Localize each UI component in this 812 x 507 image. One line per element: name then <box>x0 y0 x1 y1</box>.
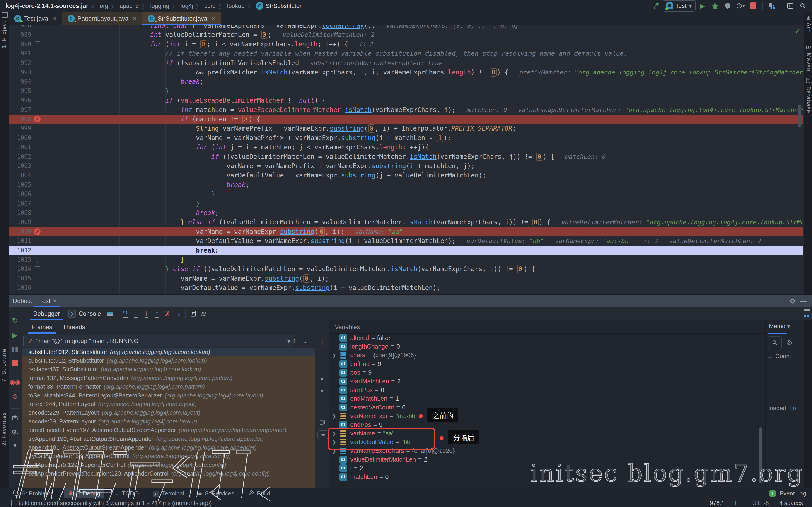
code-line[interactable]: 993&& prefixMatcher.isMatch(varNameExprC… <box>9 68 803 77</box>
sidebar-item-structure[interactable]: 7: Structure <box>1 349 7 382</box>
move-down-icon[interactable]: ▼ <box>317 386 327 396</box>
stack-frame-row[interactable]: directEncodeEvent:197, AbstractOutputStr… <box>21 426 315 435</box>
code-line[interactable]: 998✓if (matchLen != 0) { <box>9 115 803 124</box>
vcs-update-icon[interactable] <box>650 1 662 11</box>
breakpoint-icon[interactable]: ✓ <box>34 116 41 122</box>
breadcrumb-item[interactable]: core <box>204 2 216 9</box>
gutter-slot[interactable] <box>33 105 43 115</box>
code-line[interactable]: 1005break; <box>9 180 803 189</box>
breadcrumb-item[interactable]: logging <box>150 2 169 9</box>
gutter-slot[interactable] <box>33 208 43 218</box>
ant-icon[interactable] <box>806 15 811 22</box>
code-line[interactable]: 996if (valueEscapeDelimiterMatcher != nu… <box>9 96 803 105</box>
fold-icon[interactable]: − <box>35 42 40 47</box>
gutter-slot[interactable] <box>33 246 43 255</box>
line-number[interactable]: 1009 <box>9 218 31 227</box>
indent-setting[interactable]: 4 spaces <box>779 500 803 507</box>
maven-icon[interactable]: m <box>806 44 811 51</box>
gutter-slot[interactable] <box>33 77 43 86</box>
code-line[interactable]: 1015varName = varNameExpr.substring(0, i… <box>9 274 803 283</box>
stack-frame-row[interactable]: tryAppend:190, AbstractOutputStreamAppen… <box>21 435 315 443</box>
variable-row[interactable]: 01pos=9 <box>329 369 765 377</box>
code-line[interactable]: 990−for (int i = 0; i < varNameExprChars… <box>9 40 803 49</box>
gutter-slot[interactable]: − <box>33 40 43 49</box>
pause-icon[interactable]: ▮▮ <box>10 344 19 353</box>
gutter-slot[interactable] <box>33 236 43 245</box>
gutter-slot[interactable]: − <box>33 264 43 274</box>
gutter-slot[interactable] <box>33 49 43 58</box>
search-everywhere-icon[interactable] <box>797 1 809 11</box>
step-out-icon[interactable]: ↑ <box>152 309 162 319</box>
add-watch-icon[interactable]: ＋ <box>317 338 327 347</box>
tab-patternlayout-java[interactable]: C▰PatternLayout.java✕ <box>62 12 142 25</box>
stack-frame-row[interactable]: format:132, MessagePatternConverter(org.… <box>21 374 315 382</box>
code-line[interactable]: 992if (!substitutionInVariablesEnabledsu… <box>9 58 803 68</box>
line-number[interactable]: 990 <box>9 40 31 49</box>
code-line[interactable]: 989int valueDelimiterMatchLen = 0;valueD… <box>9 30 803 39</box>
line-number[interactable]: 1013 <box>9 255 31 264</box>
line-number[interactable]: 1000 <box>9 133 31 143</box>
run-button[interactable]: ▶ <box>697 1 708 11</box>
line-number[interactable]: 1008 <box>9 208 31 218</box>
memory-load-link[interactable]: Lo <box>790 405 796 411</box>
variable-row[interactable]: 01endMatchLen=1 <box>329 395 765 403</box>
debug-button[interactable] <box>709 1 721 11</box>
code-line[interactable]: 997int matchLen = valueEscapeDelimiterMa… <box>9 105 803 115</box>
move-up-icon[interactable]: ▲ <box>317 374 327 383</box>
code-line[interactable]: 1010✓varName = varNameExpr.substring(0, … <box>9 227 803 236</box>
memory-count-header[interactable]: Count <box>775 353 791 360</box>
line-number[interactable]: 1007 <box>9 199 31 208</box>
code-line[interactable]: 1016varDefaultValue = varNameExpr.substr… <box>9 283 803 292</box>
step-over-icon[interactable]: ↷ <box>120 309 131 319</box>
step-into-icon[interactable]: ↓ <box>131 309 141 319</box>
close-icon[interactable]: ✕ <box>52 15 57 22</box>
thread-selector[interactable]: ✓ "main"@1 in group "main": RUNNING ▾ <box>23 335 294 347</box>
hide-panel-icon[interactable]: — <box>798 296 808 306</box>
gutter-slot[interactable] <box>33 68 43 77</box>
variable-row[interactable]: ❯chars={char[9]@1906} <box>329 351 765 360</box>
line-number[interactable]: 1010 <box>9 227 31 236</box>
breadcrumb-item[interactable]: apache <box>120 2 139 9</box>
variable-row[interactable]: 01nestedVarCount=0 <box>329 403 765 412</box>
code-line[interactable]: 988final char [] varNameExprChars = varN… <box>9 25 803 30</box>
drop-frame-icon[interactable]: ✗ <box>162 309 173 319</box>
coverage-button[interactable] <box>722 1 733 11</box>
line-number[interactable]: 1003 <box>9 161 31 171</box>
code-line[interactable]: 1003varName = varNamePrefix + varNameExp… <box>9 161 803 171</box>
gutter-slot[interactable]: − <box>33 255 43 264</box>
gutter-slot[interactable] <box>33 218 43 227</box>
gutter-slot[interactable] <box>33 87 43 96</box>
code-line[interactable]: 991// if there's any nested variable whe… <box>9 49 803 58</box>
gutter-slot[interactable]: ✓ <box>33 227 43 236</box>
memory-title[interactable]: Memo <box>769 323 785 330</box>
sidebar-item-project[interactable]: 1: Project <box>1 21 7 48</box>
trace-settings-icon[interactable]: ≋ <box>198 309 209 319</box>
fold-icon[interactable]: − <box>35 266 40 272</box>
line-number[interactable]: 997 <box>9 105 31 115</box>
sidebar-item-maven[interactable]: Maven <box>805 53 812 71</box>
database-icon[interactable] <box>805 77 811 84</box>
sidebar-item-ant[interactable]: Ant <box>805 23 812 32</box>
line-number[interactable]: 1016 <box>9 283 31 292</box>
code-line[interactable]: 1013−} <box>9 255 803 264</box>
gutter-slot[interactable] <box>33 58 43 68</box>
project-folder-icon[interactable] <box>2 12 8 18</box>
layout-icon[interactable] <box>105 309 115 319</box>
breadcrumb-item[interactable]: lookup <box>227 2 245 9</box>
breakpoint-icon[interactable]: ✓ <box>34 228 41 235</box>
stack-frame-row[interactable]: replace:467, StrSubstitutor(org.apache.l… <box>21 365 315 374</box>
line-number[interactable]: 996 <box>9 96 31 105</box>
gear-icon[interactable]: ⚙ <box>786 339 793 346</box>
mute-breakpoints-icon[interactable]: ⊘ <box>10 392 19 401</box>
gutter-slot[interactable] <box>33 124 43 133</box>
breadcrumb[interactable]: log4j-core-2.14.1-sources.jar〉org〉apache… <box>0 2 302 10</box>
tab-console[interactable]: ❯Console <box>64 307 105 321</box>
gutter-slot[interactable] <box>33 161 43 171</box>
tab-debugger[interactable]: Debugger <box>29 307 64 321</box>
gutter-slot[interactable] <box>33 152 43 161</box>
inspection-ok-icon[interactable]: ✓ <box>795 27 801 35</box>
variable-row[interactable]: 01startMatchLen=2 <box>329 377 765 386</box>
stack-frame-row[interactable]: substitute:1012, StrSubstitutor(org.apac… <box>21 348 315 356</box>
breadcrumb-jar[interactable]: log4j-core-2.14.1-sources.jar <box>5 2 88 9</box>
close-icon[interactable]: ✕ <box>53 298 57 304</box>
